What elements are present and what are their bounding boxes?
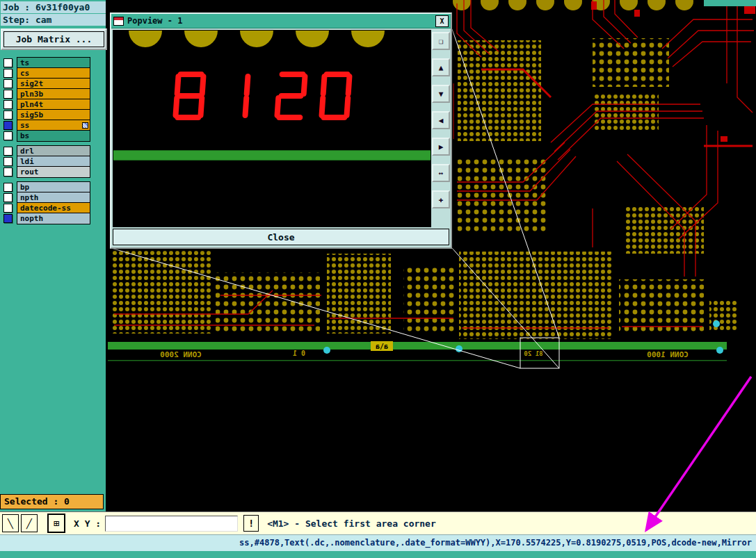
detach-icon[interactable]: ❏ [432,32,450,50]
layer-name: bp [20,183,29,192]
pan-right-icon[interactable]: ▶ [432,138,450,156]
layer-checkbox[interactable] [3,79,13,88]
layer-checkbox[interactable] [3,58,13,67]
layer-name: rout [20,167,39,177]
pad-shape [351,30,385,47]
status-text: ss,#4878,Text(.dc,.nomenclature,.date_fo… [239,538,752,548]
board-edge-strip [113,150,431,161]
layer-checkbox[interactable] [3,110,13,120]
silkscreen-digits: 0 1 [293,350,305,357]
popview-title: Popview - 1 [127,16,435,26]
layer-name: ss [20,121,29,130]
layer-checkbox[interactable] [3,204,13,213]
pad-shape [184,30,218,47]
layer-name: pln4t [20,100,43,109]
layer-checkbox[interactable] [3,193,13,202]
bottom-strip [0,551,756,558]
job-label: Job : 6v31f00ya0 [1,1,106,13]
popview-toolbar: ❏ ▲ ▼ ◀ ▶ ↔ ✚ [431,28,451,227]
pad-shape [240,30,273,47]
close-icon[interactable]: X [435,15,449,27]
popview-canvas[interactable]: 81 20 [113,30,431,227]
layer-checkbox[interactable] [3,183,13,192]
layer-checkbox[interactable] [3,100,13,109]
layer-checkbox[interactable] [3,157,13,166]
job-matrix-button[interactable]: Job Matrix ... [1,28,107,50]
layer-name: nopth [20,214,43,223]
layer-checkbox[interactable] [3,69,13,78]
layer-list: ts cs sig2t pln3b pln4t sig5b ss bs [3,58,102,224]
measure-icon[interactable]: ╱ [21,514,38,532]
layer-name: sig2t [20,79,43,88]
layer-row-bs[interactable]: bs [3,131,102,141]
pan-down-icon[interactable]: ▼ [432,85,450,103]
alert-button[interactable]: ! [243,515,259,532]
popview-window: Popview - 1 X 81 20 [110,13,452,249]
seven-segment-display: 81 20 [168,71,376,121]
grid-icon[interactable]: ⊞ [47,514,65,533]
layer-name: datecode-ss [20,204,71,213]
layer-name: ldi [20,157,34,166]
job-matrix-label: Job Matrix ... [3,31,104,47]
pad-shape [296,30,329,47]
layer-checkbox[interactable] [3,131,13,140]
silkscreen-datecode: 81 20 [524,350,542,357]
command-bar: ╲ ╱ ⊞ X Y : ! <M1> - Select first area c… [0,511,756,534]
step-label: Step: cam [1,14,106,26]
pad-shape [129,30,162,47]
layer-name: cs [20,69,29,78]
pan-up-icon[interactable]: ▲ [432,58,450,76]
layer-checkbox[interactable] [3,167,13,177]
left-panel: Job : 6v31f00ya0 Step: cam Job Matrix ..… [0,0,106,512]
layer-name: ts [20,58,29,67]
popview-close-button[interactable]: Close [113,229,449,245]
popview-window-icon [113,17,124,26]
layer-row-nopth[interactable]: nopth [3,213,102,224]
layer-checkbox[interactable] [3,121,13,130]
layer-name: npth [20,193,39,202]
pan-free-icon[interactable]: ✚ [432,190,450,208]
status-bar: ss,#4878,Text(.dc,.nomenclature,.date_fo… [0,534,756,551]
layer-checkbox[interactable] [3,90,13,99]
silkscreen-conn1000: CONN 1000 [647,350,689,359]
silkscreen-logo: a\a [376,343,388,350]
popview-titlebar[interactable]: Popview - 1 X [111,14,451,28]
prompt-message: <M1> - Select first area corner [267,518,436,529]
layer-checkbox[interactable] [3,147,13,156]
zoom-fit-icon[interactable]: ↔ [432,164,450,182]
pan-left-icon[interactable]: ◀ [432,111,450,129]
selected-count: Selected : 0 [0,494,104,509]
layer-row-rout[interactable]: rout [3,167,102,177]
xy-input[interactable] [105,516,238,532]
work-layer-marker [82,122,88,129]
diagonal-select-icon[interactable]: ╲ [2,514,19,532]
layer-name: drl [20,147,34,156]
layer-name: pln3b [20,90,43,99]
layer-name: sig5b [20,110,43,120]
layer-checkbox[interactable] [3,214,13,223]
silkscreen-conn2000: CONN 2000 [160,350,202,359]
xy-label: X Y : [74,518,101,529]
layer-name: bs [20,131,29,140]
